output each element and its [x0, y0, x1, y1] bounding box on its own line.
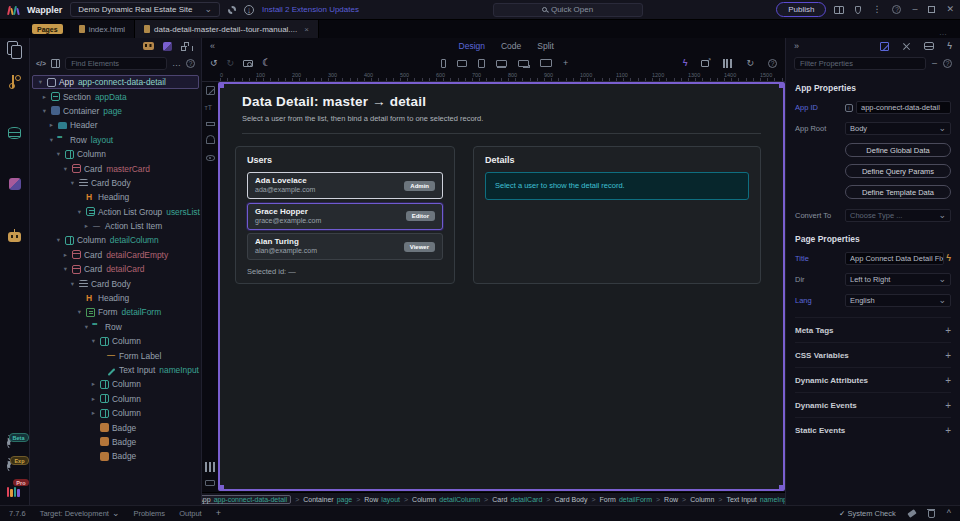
expand-plus-icon[interactable]: + [945, 400, 951, 411]
breadcrumb-item[interactable]: Text InputnameInput [726, 496, 785, 503]
section-css-variables[interactable]: CSS Variables+ [795, 342, 951, 367]
define-query-params-button[interactable]: Define Query Params [845, 164, 951, 178]
chevron-open-icon[interactable]: ▾ [76, 308, 83, 316]
tree-item-column[interactable]: ▸Column [30, 377, 201, 391]
app-id-input[interactable]: app-connect-data-detail [856, 101, 951, 114]
tree-item-row[interactable]: ▾Rowlayout [30, 133, 201, 147]
tree-item-card-body[interactable]: ▾Card Body [30, 176, 201, 190]
close-window-icon[interactable] [946, 5, 954, 14]
tree-item-badge[interactable]: Badge [30, 435, 201, 449]
tree-item-card-body[interactable]: ▾Card Body [30, 276, 201, 290]
breadcrumb-item[interactable]: Rowlayout [364, 496, 400, 503]
undo-icon[interactable] [210, 59, 218, 68]
chevron-closed-icon[interactable]: ▸ [90, 409, 97, 417]
chevron-closed-icon[interactable]: ▸ [41, 93, 48, 101]
tree-item-badge[interactable]: Badge [30, 449, 201, 463]
selection-handle[interactable] [219, 83, 224, 88]
stack-icon[interactable] [924, 42, 934, 50]
lang-select[interactable]: English [845, 294, 951, 307]
laptop-preview-icon[interactable] [496, 60, 507, 67]
canvas-help-icon[interactable]: ? [768, 59, 777, 68]
selection-handle[interactable] [779, 83, 784, 88]
app-root-select[interactable]: Body [845, 122, 951, 135]
trash-icon[interactable] [928, 510, 935, 518]
output-tab[interactable]: Output [179, 509, 202, 518]
database-icon[interactable] [8, 127, 21, 139]
expand-plus-icon[interactable]: + [945, 425, 951, 436]
wappler-pro-icon[interactable]: Pro [7, 483, 23, 497]
refresh-icon[interactable] [746, 59, 754, 68]
grid-toggle-icon[interactable] [723, 59, 732, 68]
tree-help-icon[interactable]: ? [186, 59, 195, 68]
chevron-open-icon[interactable]: ▾ [41, 107, 48, 115]
beta-features-icon[interactable]: Beta [7, 437, 23, 451]
install-updates-link[interactable]: Install 2 Extension Updates [262, 5, 359, 14]
redo-icon[interactable] [227, 59, 235, 68]
maximize-icon[interactable] [928, 6, 935, 13]
typography-icon[interactable] [206, 104, 215, 113]
chevron-open-icon[interactable]: ▾ [69, 280, 76, 288]
dark-mode-moon-icon[interactable] [262, 58, 271, 68]
clean-eraser-icon[interactable] [907, 509, 916, 518]
chevron-closed-icon[interactable]: ▸ [62, 251, 69, 259]
chevron-closed-icon[interactable]: ▸ [48, 121, 55, 129]
properties-help-icon[interactable]: ? [943, 59, 952, 68]
file-tab[interactable]: index.html [70, 20, 135, 38]
tree-item-column[interactable]: ▾Column [30, 147, 201, 161]
tree-item-card[interactable]: ▾CardmasterCard [30, 161, 201, 175]
selection-handle[interactable] [219, 485, 224, 490]
chevron-open-icon[interactable]: ▾ [83, 323, 90, 331]
target-selector[interactable]: Target: Development [40, 509, 120, 518]
view-tab-split[interactable]: Split [537, 41, 554, 51]
project-selector[interactable]: Demo Dynamic Real Estate Site [70, 2, 220, 17]
system-check-status[interactable]: System Check [839, 509, 896, 518]
theme-icon[interactable] [206, 135, 215, 144]
breadcrumb-item[interactable]: Card Body [554, 496, 587, 503]
breadcrumb-item[interactable]: Appapp-connect-data-detail [202, 495, 291, 504]
breadcrumb-item[interactable]: ColumndetailColumn [412, 496, 480, 503]
quick-open-search[interactable]: Quick Open [493, 3, 643, 17]
experimental-features-icon[interactable]: Exp [7, 460, 23, 474]
git-branch-icon[interactable] [12, 75, 21, 88]
open-in-browser-icon[interactable] [701, 60, 709, 67]
design-document[interactable]: Data Detail: master → detail Select a us… [218, 82, 785, 491]
tree-item-column[interactable]: ▾Column [30, 334, 201, 348]
add-panel-icon[interactable] [216, 509, 221, 518]
define-global-data-button[interactable]: Define Global Data [845, 143, 951, 157]
filter-properties-input[interactable]: Filter Properties [794, 57, 926, 70]
view-tab-code[interactable]: Code [501, 41, 521, 51]
tree-item-row[interactable]: ▾Row [30, 320, 201, 334]
tree-item-app[interactable]: ▾Appapp-connect-data-detail [32, 75, 199, 89]
selection-handle[interactable] [779, 485, 784, 490]
chevron-open-icon[interactable]: ▾ [48, 136, 55, 144]
layout-columns-icon[interactable] [834, 6, 844, 14]
tv-preview-icon[interactable] [540, 59, 552, 67]
page-title-input[interactable]: App Connect Data Detail Fixture [845, 252, 944, 265]
expand-plus-icon[interactable]: + [945, 350, 951, 361]
file-tab[interactable]: data-detail-master-detail--tour-manual..… [135, 20, 319, 38]
design-palette-icon[interactable] [9, 178, 21, 190]
tree-item-heading[interactable]: Heading [30, 190, 201, 204]
tree-item-form-label[interactable]: Form Label [30, 348, 201, 362]
expand-plus-icon[interactable]: + [945, 325, 951, 336]
pages-panel-icon[interactable] [7, 41, 23, 59]
tab-overflow-icon[interactable] [939, 29, 948, 37]
code-view-icon[interactable]: </> [36, 60, 46, 67]
kebab-menu-icon[interactable] [872, 5, 881, 14]
chevron-closed-icon[interactable]: ▸ [90, 380, 97, 388]
artboard-icon[interactable] [205, 480, 215, 486]
user-list-item[interactable]: Alan Turingalan@example.comViewer [247, 233, 443, 260]
chevron-open-icon[interactable]: ▾ [76, 208, 83, 216]
close-tab-icon[interactable]: × [304, 25, 309, 34]
expand-plus-icon[interactable]: + [945, 375, 951, 386]
sitemap-icon[interactable] [181, 42, 191, 51]
download-updates-icon[interactable] [244, 5, 254, 15]
dir-select[interactable]: Left to Right [845, 273, 951, 286]
tablet-portrait-preview-icon[interactable] [478, 59, 485, 68]
user-list-item[interactable]: Grace Hoppergrace@example.comEditor [247, 203, 443, 230]
fit-view-icon[interactable] [563, 59, 568, 68]
collapse-right-icon[interactable] [794, 42, 799, 51]
breadcrumb-item[interactable]: Column [690, 496, 714, 503]
chevron-open-icon[interactable]: ▾ [55, 236, 62, 244]
visibility-eye-icon[interactable] [206, 155, 215, 161]
